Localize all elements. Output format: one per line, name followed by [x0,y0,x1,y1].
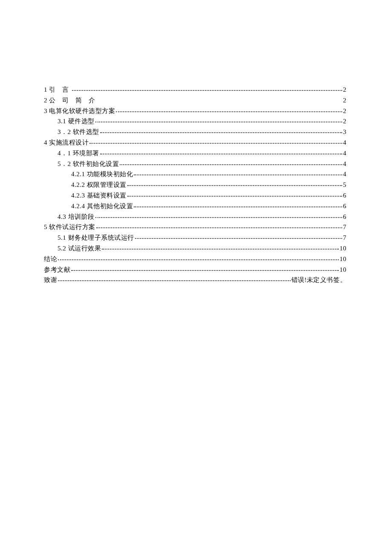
toc-entry: 致谢 错误!未定义书签。 [44,275,346,285]
toc-title: 5．2 软件初始化设置 [58,159,119,169]
toc-entry: 4.2.4 其他初始化设置 6 [44,201,346,212]
toc-entry: 2 公 司 简 介 2 [44,95,346,106]
toc-entry: 3．2 软件选型 3 [44,127,346,137]
toc-entry: 3.1 硬件选型 2 [44,116,346,127]
toc-entry: 结论 10 [44,254,346,264]
toc-title: 2 公 司 简 介 [44,95,98,106]
toc-leader [95,118,343,122]
toc-entry: 4 实施流程设计 4 [44,137,346,148]
toc-leader [58,276,291,281]
toc-page-number: 6 [343,212,346,222]
toc-leader [135,234,343,239]
toc-entry: 参考文献 10 [44,264,346,275]
toc-title: 3 电算化软硬件选型方案 [44,106,115,116]
toc-entry: 5.2 试运行效果 10 [44,243,346,254]
toc-page-number: 10 [340,264,346,275]
toc-leader [72,86,342,91]
toc-title: 4.2.2 权限管理设置 [71,180,127,190]
toc-leader [100,150,342,154]
toc-page-number: 6 [343,190,346,201]
toc-page-number: 4 [343,148,346,159]
toc-leader [134,171,342,175]
toc-page-number: 5 [343,180,346,190]
toc-leader [96,224,342,228]
toc-page-number: 7 [343,222,346,232]
document-page: 1 引 言 22 公 司 简 介 23 电算化软硬件选型方案 23.1 硬件选型… [0,0,392,555]
toc-title: 4.2.1 功能模块初始化 [71,169,133,180]
toc-page-number: 4 [343,159,346,169]
toc-title: 1 引 言 [44,84,71,95]
toc-page-number: 7 [343,232,346,243]
toc-entry: 3 电算化软硬件选型方案 2 [44,106,346,116]
toc-leader [102,245,339,250]
toc-entry: 4.2.1 功能模块初始化 4 [44,169,346,180]
toc-leader [95,213,343,218]
toc-entry: 5．2 软件初始化设置 4 [44,159,346,169]
toc-page-number: 2 [343,84,346,95]
toc-title: 5.1 财务处理子系统试运行 [58,232,134,243]
toc-page-number: 2 [343,95,346,106]
toc-trail: 。 [340,275,347,285]
toc-page-number: 3 [343,127,346,137]
toc-page-number: 10 [340,254,346,264]
toc-entry: 5 软件试运行方案 7 [44,222,346,232]
toc-page-number: 2 [343,106,346,116]
toc-title: 5 软件试运行方案 [44,222,95,232]
toc-page-number: 错误!未定义书签 [291,275,340,285]
toc-leader [98,98,343,102]
toc-leader [89,139,342,144]
toc-entry: 4.2.2 权限管理设置 5 [44,180,346,190]
toc-leader [127,192,342,197]
toc-entry: 5.1 财务处理子系统试运行 7 [44,232,346,243]
toc-title: 结论 [44,254,57,264]
toc-page-number: 4 [343,137,346,148]
toc-title: 4 实施流程设计 [44,137,89,148]
toc-leader [134,203,342,207]
table-of-contents: 1 引 言 22 公 司 简 介 23 电算化软硬件选型方案 23.1 硬件选型… [44,84,346,285]
toc-leader [58,256,339,260]
toc-page-number: 4 [343,169,346,180]
toc-leader [120,160,342,165]
toc-title: 3.1 硬件选型 [58,116,95,127]
toc-title: 4.3 培训阶段 [58,212,95,222]
toc-leader [71,266,339,271]
toc-page-number: 2 [343,116,346,127]
toc-title: 4.2.4 其他初始化设置 [71,201,133,212]
toc-entry: 1 引 言 2 [44,84,346,95]
toc-title: 4．1 环境部署 [58,148,99,159]
toc-leader [100,128,342,133]
toc-entry: 4．1 环境部署 4 [44,148,346,159]
toc-page-number: 10 [340,243,346,254]
toc-title: 致谢 [44,275,57,285]
toc-page-number: 6 [343,201,346,212]
toc-title: 5.2 试运行效果 [58,243,101,254]
toc-leader [127,181,342,186]
toc-title: 4.2.3 基础资料设置 [71,190,127,201]
toc-entry: 4.3 培训阶段 6 [44,212,346,222]
toc-entry: 4.2.3 基础资料设置 6 [44,190,346,201]
toc-title: 3．2 软件选型 [58,127,99,137]
toc-leader [116,108,342,112]
toc-title: 参考文献 [44,264,70,275]
